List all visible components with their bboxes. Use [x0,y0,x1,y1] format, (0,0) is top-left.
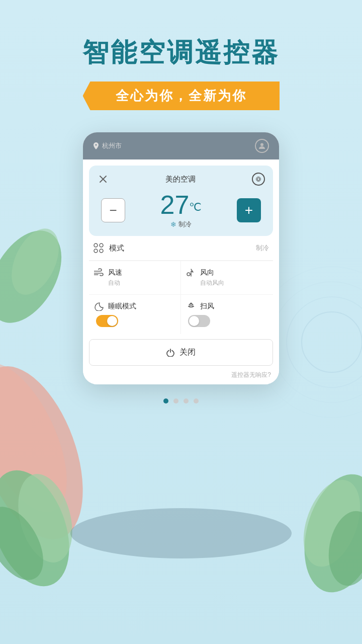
square-icon [70,619,81,630]
temperature-display: 27℃ ❄ 制冷 [160,192,202,229]
back-icon [211,620,221,630]
menu-icon [281,621,292,629]
wind-speed-sub: 自动 [108,279,175,287]
nav-bar [0,606,362,644]
mode-icon [93,243,104,254]
temperature-value: 27 [160,190,190,219]
wind-speed-icon [94,268,104,277]
svg-point-13 [293,472,362,574]
sweep-control[interactable]: 扫风 [181,295,273,334]
wind-speed-label: 风速 [108,268,122,277]
sleep-icon [94,302,104,311]
no-response-text: 遥控器无响应? [231,371,271,378]
nav-menu-button[interactable] [278,616,296,634]
plus-button[interactable]: + [237,198,261,222]
no-response-link[interactable]: 遥控器无响应? [89,368,273,384]
title-text: 智能空调遥控器 [82,35,280,70]
svg-point-11 [0,497,55,590]
subtitle-text: 全心为你，全新为你 [116,88,247,103]
temperature-control: − 27℃ ❄ 制冷 + [97,192,265,229]
subtitle-banner: 全心为你，全新为你 [90,82,272,110]
main-title: 智能空调遥控器 [82,35,280,70]
svg-point-19 [257,178,260,181]
svg-point-22 [100,244,103,247]
nav-back-button[interactable] [207,616,225,634]
close-button[interactable] [97,173,109,185]
sleep-mode-control[interactable]: 睡眠模式 [89,295,181,334]
wind-speed-control[interactable]: 风速 自动 [89,261,181,295]
power-text: 关闭 [179,347,196,358]
wind-direction-label: 风向 [200,268,214,277]
svg-point-20 [256,177,261,182]
svg-point-15 [70,508,292,558]
power-icon [166,349,174,357]
power-button[interactable]: 关闭 [89,339,273,366]
svg-point-21 [94,244,98,247]
panel-header: 美的空调 [97,173,265,186]
mode-current-value: 制冷 [256,244,269,253]
svg-point-14 [323,507,362,589]
svg-point-24 [100,249,103,253]
wind-direction-control[interactable]: 风向 自动风向 [181,261,273,295]
svg-point-26 [187,273,190,276]
phone-header: 杭州市 [83,132,279,159]
temperature-unit: ℃ [189,201,202,213]
dot-4[interactable] [194,398,199,404]
svg-point-23 [94,249,98,253]
controls-section: 模式 制冷 风速 自动 [83,236,279,384]
sweep-label: 扫风 [200,302,214,311]
mode-text: 制冷 [178,220,192,229]
ac-name: 美的空调 [165,175,196,184]
user-avatar-icon [258,142,266,150]
close-icon [99,175,107,183]
location-icon [93,142,99,149]
sleep-mode-label: 睡眠模式 [108,302,136,311]
wind-direction-sub: 自动风向 [200,279,268,287]
svg-point-9 [0,459,84,597]
controls-grid: 风速 自动 风向 自动风向 [89,261,273,334]
svg-point-29 [141,620,150,629]
mode-indicator: ❄ 制冷 [160,220,202,229]
mode-label: 模式 [109,244,124,253]
ac-control-panel: 美的空调 − 27℃ ❄ [89,166,273,236]
pagination-dots [163,398,199,404]
wind-direction-icon [186,268,196,277]
minus-button[interactable]: − [101,198,125,222]
location-text: 杭州市 [102,141,122,150]
nav-home-button[interactable] [137,616,155,634]
settings-icon [255,176,261,182]
dot-2[interactable] [173,398,178,404]
svg-point-12 [292,466,362,601]
snowflake-icon: ❄ [170,220,176,228]
nav-recent-button[interactable] [66,616,84,634]
svg-point-16 [260,143,263,146]
phone-card: 杭州市 美的空调 [83,132,279,384]
settings-button[interactable] [252,173,265,186]
user-icon[interactable] [255,139,269,153]
svg-point-10 [9,468,81,569]
mode-row[interactable]: 模式 制冷 [89,236,273,261]
location-area: 杭州市 [93,141,122,150]
sweep-icon [186,302,196,311]
svg-rect-28 [71,621,79,629]
dot-1[interactable] [163,398,168,404]
dot-3[interactable] [184,398,189,404]
sweep-toggle[interactable] [188,315,210,327]
sleep-toggle[interactable] [96,315,118,327]
circle-icon [140,619,151,630]
